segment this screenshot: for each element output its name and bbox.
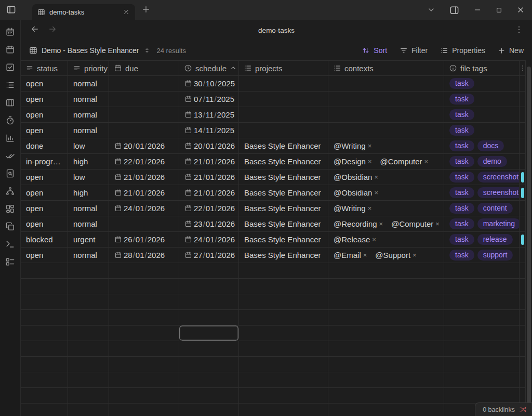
- empty-cell[interactable]: [520, 279, 526, 294]
- cell-file-tags[interactable]: tasksupport: [444, 248, 520, 263]
- cell-due[interactable]: [109, 92, 179, 107]
- cell-status[interactable]: done: [21, 138, 68, 154]
- tag-pill[interactable]: task: [449, 109, 474, 120]
- cell-status[interactable]: open: [21, 123, 68, 138]
- empty-cell[interactable]: [239, 404, 328, 416]
- calendar-icon[interactable]: [3, 44, 18, 55]
- cell-file-tags[interactable]: taskscreenshot: [444, 170, 520, 185]
- cell-due[interactable]: [109, 76, 179, 92]
- column-header-overflow[interactable]: [520, 60, 526, 76]
- tag-pill[interactable]: support: [477, 250, 513, 261]
- new-tab-button[interactable]: [141, 5, 151, 16]
- empty-cell[interactable]: [444, 294, 520, 310]
- cell-file-tags[interactable]: taskrelease: [444, 232, 520, 248]
- empty-cell[interactable]: [179, 263, 239, 279]
- empty-cell[interactable]: [239, 279, 328, 294]
- tag-pill[interactable]: task: [449, 187, 474, 198]
- cell-contexts[interactable]: @Writing×: [328, 201, 444, 216]
- empty-cell[interactable]: [179, 404, 239, 416]
- empty-cell[interactable]: [239, 310, 328, 326]
- remove-context-icon[interactable]: ×: [374, 189, 378, 197]
- new-entry-button[interactable]: New: [498, 46, 524, 55]
- empty-cell[interactable]: [239, 357, 328, 372]
- copy-icon[interactable]: [3, 220, 18, 232]
- tag-pill[interactable]: docs: [477, 140, 504, 151]
- cell-contexts[interactable]: [328, 92, 444, 107]
- empty-cell[interactable]: [109, 372, 179, 388]
- column-header-priority[interactable]: priority: [68, 60, 109, 76]
- empty-cell[interactable]: [444, 372, 520, 388]
- cell-projects[interactable]: [239, 123, 328, 138]
- cell-contexts[interactable]: [328, 107, 444, 123]
- empty-cell[interactable]: [328, 357, 444, 372]
- empty-cell[interactable]: [520, 372, 526, 388]
- cell-priority[interactable]: high: [68, 154, 109, 170]
- cell-file-tags[interactable]: taskdemo: [444, 154, 520, 170]
- context-chip[interactable]: @Computer×: [391, 219, 440, 228]
- empty-cell[interactable]: [444, 357, 520, 372]
- bar-chart-icon[interactable]: [3, 132, 18, 144]
- empty-cell[interactable]: [21, 388, 68, 404]
- tag-pill[interactable]: task: [449, 78, 474, 89]
- cell-due[interactable]: 20/01/2026: [109, 138, 179, 154]
- context-chip[interactable]: @Release×: [334, 235, 376, 244]
- terminal-icon[interactable]: [3, 238, 18, 250]
- empty-cell[interactable]: [444, 310, 520, 326]
- empty-cell[interactable]: [68, 357, 109, 372]
- empty-cell[interactable]: [520, 326, 526, 341]
- tag-pill[interactable]: task: [449, 140, 474, 151]
- cell-projects[interactable]: Bases Style Enhancer: [239, 232, 328, 248]
- cell-due[interactable]: 21/01/2026: [109, 170, 179, 185]
- tag-pill[interactable]: task: [449, 125, 474, 136]
- cell-file-tags[interactable]: taskmarketing: [444, 216, 520, 232]
- empty-cell[interactable]: [520, 341, 526, 357]
- selected-empty-cell[interactable]: [179, 326, 239, 341]
- cell-contexts[interactable]: @Writing×: [328, 138, 444, 154]
- cell-file-tags[interactable]: task: [444, 123, 520, 138]
- cell-priority[interactable]: normal: [68, 216, 109, 232]
- context-chip[interactable]: @Design×: [334, 157, 372, 166]
- remove-context-icon[interactable]: ×: [368, 204, 372, 212]
- tag-pill[interactable]: task: [449, 156, 474, 167]
- cell-projects[interactable]: Bases Style Enhancer: [239, 170, 328, 185]
- cell-status[interactable]: open: [21, 92, 68, 107]
- empty-cell[interactable]: [109, 310, 179, 326]
- blocks-icon[interactable]: [3, 203, 18, 214]
- empty-cell[interactable]: [444, 279, 520, 294]
- minimize-button[interactable]: [473, 6, 482, 14]
- empty-cell[interactable]: [109, 388, 179, 404]
- cell-schedule[interactable]: 14/11/2025: [179, 123, 239, 138]
- tag-pill[interactable]: task: [449, 250, 474, 261]
- column-header-due[interactable]: due: [109, 60, 179, 76]
- empty-cell[interactable]: [444, 263, 520, 279]
- empty-cell[interactable]: [68, 326, 109, 341]
- empty-cell[interactable]: [328, 326, 444, 341]
- empty-cell[interactable]: [444, 341, 520, 357]
- cell-schedule[interactable]: 20/01/2026: [179, 138, 239, 154]
- empty-cell[interactable]: [520, 294, 526, 310]
- remove-context-icon[interactable]: ×: [374, 173, 378, 181]
- column-header-tags[interactable]: file tags: [444, 60, 520, 76]
- empty-cell[interactable]: [520, 357, 526, 372]
- cell-projects[interactable]: [239, 92, 328, 107]
- empty-cell[interactable]: [444, 326, 520, 341]
- empty-cell[interactable]: [328, 341, 444, 357]
- double-check-icon[interactable]: [3, 150, 18, 161]
- cell-priority[interactable]: urgent: [68, 232, 109, 248]
- cell-due[interactable]: 21/01/2026: [109, 185, 179, 201]
- empty-cell[interactable]: [109, 326, 179, 341]
- cell-priority[interactable]: normal: [68, 92, 109, 107]
- properties-button[interactable]: Properties: [440, 46, 485, 55]
- empty-cell[interactable]: [179, 357, 239, 372]
- empty-cell[interactable]: [68, 294, 109, 310]
- empty-cell[interactable]: [21, 263, 68, 279]
- context-chip[interactable]: @Writing×: [334, 141, 371, 150]
- cell-projects[interactable]: [239, 107, 328, 123]
- cell-priority[interactable]: low: [68, 170, 109, 185]
- cell-contexts[interactable]: @Obsidian×: [328, 185, 444, 201]
- sort-button[interactable]: Sort: [362, 46, 387, 55]
- cell-contexts[interactable]: [328, 76, 444, 92]
- empty-cell[interactable]: [520, 263, 526, 279]
- context-chip[interactable]: @Email×: [334, 251, 367, 259]
- empty-cell[interactable]: [109, 279, 179, 294]
